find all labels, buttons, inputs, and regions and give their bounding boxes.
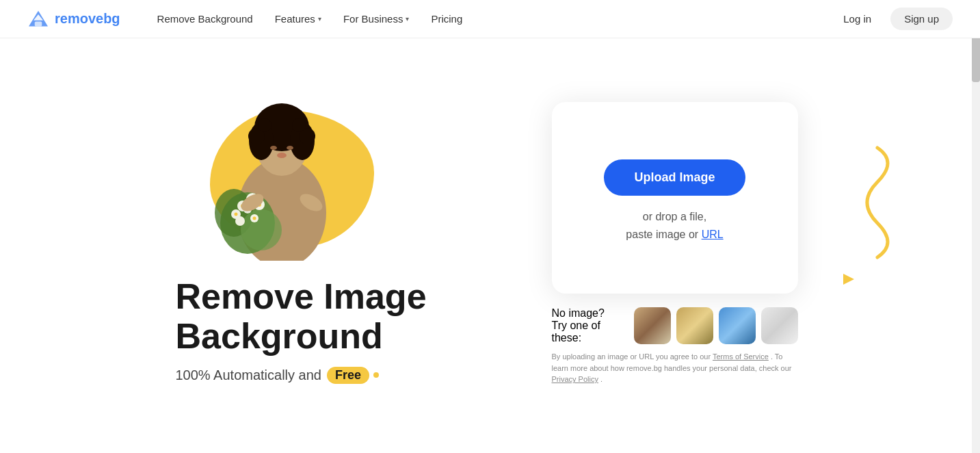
hero-person-image [210, 103, 354, 261]
hero-text: Remove Image Background 100% Automatical… [176, 277, 427, 383]
signup-button[interactable]: Sign up [890, 8, 953, 30]
upload-card: Upload Image or drop a file, paste image… [552, 102, 798, 294]
sample-thumb-2[interactable] [676, 307, 713, 344]
svg-point-10 [292, 118, 306, 132]
svg-point-22 [235, 216, 245, 226]
nav-links: Remove Background Features ▾ For Busines… [148, 8, 833, 30]
sample-thumb-3[interactable] [719, 307, 756, 344]
svg-point-9 [258, 118, 272, 132]
sample-images-section: No image? Try one of these: By uploading… [552, 307, 798, 385]
upload-image-button[interactable]: Upload Image [604, 159, 745, 196]
svg-marker-31 [843, 274, 854, 285]
try-one-text: Try one of these: [552, 320, 600, 344]
svg-rect-0 [35, 21, 42, 26]
sample-thumb-1[interactable] [634, 307, 671, 344]
logo-icon [27, 10, 49, 29]
nav-pricing[interactable]: Pricing [421, 8, 472, 30]
navbar: removebg Remove Background Features ▾ Fo… [0, 0, 980, 38]
no-image-text: No image? [552, 307, 605, 319]
svg-point-11 [270, 146, 277, 150]
logo[interactable]: removebg [27, 10, 120, 29]
nav-auth: Log in Sign up [832, 8, 953, 30]
hero-subtitle: 100% Automatically and Free [176, 367, 427, 384]
nav-for-business[interactable]: For Business ▾ [334, 8, 419, 30]
left-side: Remove Image Background 100% Automatical… [176, 103, 490, 383]
login-button[interactable]: Log in [832, 8, 882, 30]
hero-image-container [196, 103, 415, 261]
privacy-link[interactable]: Privacy Policy [552, 375, 598, 383]
nav-features[interactable]: Features ▾ [265, 8, 331, 30]
nav-remove-background[interactable]: Remove Background [148, 8, 263, 30]
deco-triangle-icon [840, 271, 857, 290]
svg-point-16 [241, 209, 282, 250]
svg-point-26 [234, 213, 237, 216]
sample-thumb-4[interactable] [761, 307, 798, 344]
hero-title: Remove Image Background [176, 277, 427, 355]
url-link[interactable]: URL [702, 229, 724, 240]
main-content: Remove Image Background 100% Automatical… [0, 38, 980, 449]
tos-link[interactable]: Terms of Service [713, 352, 769, 361]
logo-text: removebg [55, 11, 120, 27]
svg-point-28 [252, 217, 256, 220]
right-side: Upload Image or drop a file, paste image… [545, 102, 805, 385]
deco-squiggle [830, 141, 925, 264]
svg-point-12 [287, 146, 293, 150]
drop-text: or drop a file, paste image or URL [626, 208, 723, 243]
terms-text: By uploading an image or URL you agree t… [552, 351, 798, 385]
svg-point-13 [277, 153, 287, 158]
features-chevron-icon: ▾ [318, 15, 321, 23]
business-chevron-icon: ▾ [406, 15, 409, 23]
sample-label: No image? Try one of these: [552, 307, 798, 344]
sample-thumbnails [634, 307, 798, 344]
free-badge: Free [327, 367, 369, 384]
